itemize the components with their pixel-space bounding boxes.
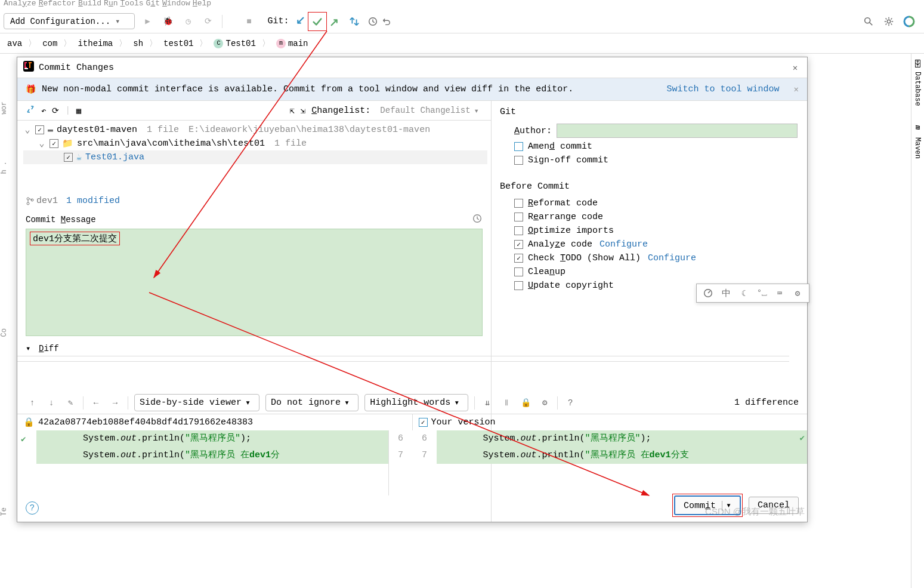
- gear-icon[interactable]: ⚙: [538, 396, 551, 410]
- reformat-checkbox[interactable]: [514, 199, 523, 208]
- checkbox[interactable]: [50, 139, 58, 148]
- tree-file[interactable]: ☕ Test01.java: [23, 150, 487, 164]
- breadcrumb-item[interactable]: CTest01: [208, 37, 261, 50]
- gauge-icon[interactable]: [702, 287, 715, 300]
- tree-root[interactable]: ⌄ ▬ daytest01-maven 1 file E:\ideawork\j…: [23, 123, 487, 137]
- history-icon[interactable]: [366, 15, 379, 28]
- keyboard-icon[interactable]: ⌨: [773, 287, 786, 300]
- changelist-select[interactable]: Default Changelist ▾: [376, 106, 483, 116]
- configure-link[interactable]: Configure: [599, 239, 648, 250]
- gear-icon[interactable]: ⚙: [791, 287, 804, 300]
- stop-icon[interactable]: ■: [242, 15, 255, 28]
- run-icon[interactable]: ▶: [141, 15, 154, 28]
- ignore-select[interactable]: Do not ignore ▾: [265, 394, 359, 411]
- menu-item[interactable]: Tools: [120, 0, 144, 8]
- todo-checkbox[interactable]: [514, 254, 523, 263]
- menu-item[interactable]: Git: [146, 0, 160, 8]
- help-icon[interactable]: ?: [564, 396, 577, 410]
- dismiss-icon[interactable]: ✕: [794, 84, 799, 94]
- maven-toolwindow[interactable]: Maven: [913, 137, 922, 159]
- collapse-unchanged-icon[interactable]: ⇊: [481, 396, 494, 410]
- before-commit-title: Before Commit: [500, 179, 798, 196]
- close-icon[interactable]: ✕: [789, 61, 801, 73]
- help-icon[interactable]: ?: [26, 501, 39, 515]
- database-icon[interactable]: 🗄: [913, 60, 922, 69]
- commit-message-textarea[interactable]: dev1分支第二次提交: [26, 229, 483, 336]
- expand-icon[interactable]: ⇱: [289, 106, 294, 116]
- prev-file-icon[interactable]: ←: [89, 396, 103, 410]
- difference-count: 1 difference: [734, 398, 799, 408]
- floating-ide-toolbar[interactable]: 中 ☾ °⎵ ⌨ ⚙: [696, 284, 809, 303]
- diff-viewer-select[interactable]: Side-by-side viewer ▾: [134, 394, 259, 411]
- moon-icon[interactable]: ☾: [737, 287, 750, 300]
- checkbox[interactable]: [64, 153, 73, 162]
- database-toolwindow[interactable]: Database: [913, 72, 922, 106]
- group-icon[interactable]: ▦: [76, 106, 81, 116]
- git-pull-icon[interactable]: [291, 13, 308, 30]
- cleanup-checkbox[interactable]: [514, 267, 523, 276]
- rollback-icon[interactable]: ↶: [41, 106, 46, 116]
- menu-item[interactable]: Refactor: [39, 0, 76, 8]
- breadcrumb-item[interactable]: sh: [127, 37, 149, 50]
- expand-toggle-icon[interactable]: ⌄: [23, 124, 32, 136]
- lock-icon[interactable]: 🔒: [519, 396, 532, 410]
- breadcrumb-item[interactable]: itheima: [72, 37, 119, 50]
- breadcrumb-item[interactable]: ava: [1, 37, 28, 50]
- degree-icon[interactable]: °⎵: [755, 287, 768, 300]
- branch-status: dev1 1 modified: [17, 192, 491, 210]
- configure-link[interactable]: Configure: [648, 253, 696, 263]
- tree-folder[interactable]: ⌄ 📁 src\main\java\com\itheima\sh\test01 …: [23, 137, 487, 150]
- amend-checkbox[interactable]: [514, 142, 523, 151]
- git-commit-icon[interactable]: [310, 13, 325, 30]
- git-push-icon[interactable]: [327, 13, 344, 30]
- checkbox[interactable]: [35, 125, 44, 134]
- menu-item[interactable]: Run: [104, 0, 118, 8]
- modified-count[interactable]: 1 modified: [66, 196, 120, 206]
- highlight-select[interactable]: Highlight words ▾: [364, 394, 468, 411]
- menu-item[interactable]: Analyze: [4, 0, 36, 8]
- menu-item[interactable]: Window: [162, 0, 190, 8]
- breadcrumb-item[interactable]: mmain: [270, 37, 314, 50]
- debug-icon[interactable]: 🐞: [161, 15, 174, 28]
- switch-tool-window-link[interactable]: Switch to tool window: [667, 84, 780, 94]
- menu-item[interactable]: Build: [78, 0, 101, 8]
- git-update-icon[interactable]: [346, 13, 363, 30]
- accept-change-icon[interactable]: ✔: [21, 434, 26, 444]
- chevron-down-icon: ▾: [115, 16, 120, 26]
- collapse-icon[interactable]: ⇲: [301, 106, 305, 116]
- zh-icon[interactable]: 中: [719, 287, 733, 300]
- next-file-icon[interactable]: →: [109, 396, 122, 410]
- refresh-icon[interactable]: ⟳: [52, 106, 59, 116]
- changelist-label: Changelist:: [311, 106, 370, 116]
- git-commit-annotation-box: [308, 12, 327, 31]
- gift-icon: 🎁: [26, 84, 36, 94]
- gear-icon[interactable]: [882, 15, 895, 28]
- your-version-checkbox[interactable]: [419, 418, 428, 427]
- prev-diff-icon[interactable]: ↑: [26, 396, 39, 410]
- profile-icon[interactable]: ⟳: [202, 15, 215, 28]
- edit-icon[interactable]: ✎: [64, 396, 77, 410]
- breadcrumb-item[interactable]: com: [36, 37, 63, 50]
- coverage-icon[interactable]: ◷: [181, 15, 194, 28]
- branch-indicator[interactable]: dev1: [26, 196, 58, 206]
- copyright-checkbox[interactable]: [514, 281, 523, 290]
- next-diff-icon[interactable]: ↓: [45, 396, 58, 410]
- rollback-icon[interactable]: [379, 15, 393, 28]
- svg-rect-4: [24, 68, 28, 69]
- analyze-checkbox[interactable]: [514, 240, 523, 249]
- history-icon[interactable]: [472, 213, 483, 226]
- search-icon[interactable]: [862, 15, 875, 28]
- svg-point-5: [27, 198, 29, 200]
- optimize-checkbox[interactable]: [514, 226, 523, 235]
- show-diff-icon[interactable]: [26, 104, 35, 116]
- sync-scroll-icon[interactable]: ⫴: [500, 396, 513, 410]
- rearrange-checkbox[interactable]: [514, 213, 523, 221]
- menu-item[interactable]: Help: [193, 0, 211, 8]
- diff-left-pane: ✔ System.out.println("黑马程序员"); System.ou…: [17, 430, 389, 495]
- collapse-toggle-icon[interactable]: ▾: [26, 343, 34, 353]
- signoff-checkbox[interactable]: [514, 156, 523, 165]
- run-configuration-dropdown[interactable]: Add Configuration... ▾: [4, 13, 135, 29]
- breadcrumb-item[interactable]: test01: [157, 37, 199, 50]
- author-input[interactable]: [557, 124, 798, 138]
- expand-toggle-icon[interactable]: ⌄: [38, 138, 46, 149]
